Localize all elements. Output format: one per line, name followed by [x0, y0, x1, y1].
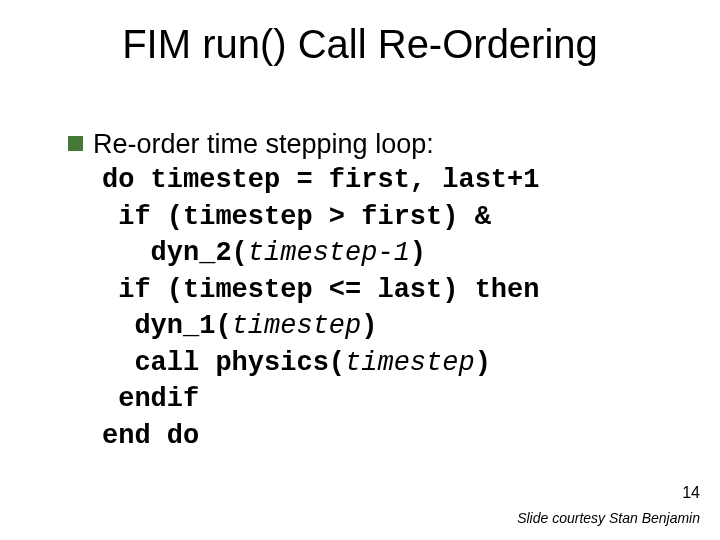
page-number: 14	[682, 484, 700, 502]
code-arg: timestep	[345, 348, 475, 378]
bullet-text: Re-order time stepping loop:	[93, 126, 434, 162]
code-line: call physics(	[102, 348, 345, 378]
slide-credit: Slide courtesy Stan Benjamin	[517, 510, 700, 526]
code-line: )	[410, 238, 426, 268]
bullet-icon	[68, 136, 83, 151]
code-line: end do	[102, 421, 199, 451]
code-line: if (timestep <= last) then	[102, 275, 539, 305]
code-line: do timestep = first, last+1	[102, 165, 539, 195]
code-line: dyn_1(	[102, 311, 232, 341]
code-line: )	[475, 348, 491, 378]
code-arg: timestep-1	[248, 238, 410, 268]
slide: FIM run() Call Re-Ordering Re-order time…	[0, 0, 720, 540]
code-line: endif	[102, 384, 199, 414]
code-arg: timestep	[232, 311, 362, 341]
slide-title: FIM run() Call Re-Ordering	[0, 22, 720, 67]
code-line: if (timestep > first) &	[102, 202, 491, 232]
code-line: dyn_2(	[102, 238, 248, 268]
bullet-item: Re-order time stepping loop:	[68, 126, 680, 162]
slide-body: Re-order time stepping loop: do timestep…	[68, 126, 680, 454]
code-block: do timestep = first, last+1 if (timestep…	[102, 162, 680, 454]
code-line: )	[361, 311, 377, 341]
